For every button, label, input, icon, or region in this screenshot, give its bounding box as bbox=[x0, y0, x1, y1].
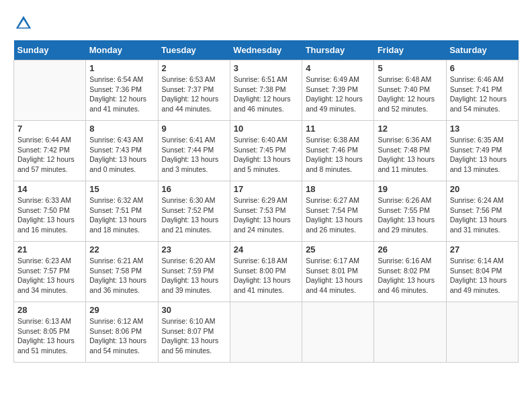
day-number: 29 bbox=[89, 305, 154, 315]
day-info: Sunrise: 6:21 AMSunset: 7:58 PMDaylight:… bbox=[89, 256, 154, 295]
day-info: Sunrise: 6:48 AMSunset: 7:40 PMDaylight:… bbox=[378, 75, 442, 114]
calendar-cell: 25Sunrise: 6:17 AMSunset: 8:01 PMDayligh… bbox=[302, 242, 374, 302]
day-info: Sunrise: 6:14 AMSunset: 8:04 PMDaylight:… bbox=[450, 256, 515, 295]
day-info: Sunrise: 6:46 AMSunset: 7:41 PMDaylight:… bbox=[450, 75, 515, 114]
day-info: Sunrise: 6:40 AMSunset: 7:45 PMDaylight:… bbox=[234, 135, 298, 175]
day-number: 10 bbox=[234, 124, 298, 134]
logo bbox=[13, 13, 37, 34]
day-info: Sunrise: 6:23 AMSunset: 7:57 PMDaylight:… bbox=[17, 256, 82, 295]
calendar-cell: 10Sunrise: 6:40 AMSunset: 7:45 PMDayligh… bbox=[230, 121, 302, 181]
day-info: Sunrise: 6:36 AMSunset: 7:48 PMDaylight:… bbox=[378, 135, 442, 175]
calendar-header-saturday: Saturday bbox=[446, 40, 518, 60]
day-number: 17 bbox=[234, 184, 298, 194]
calendar-cell: 29Sunrise: 6:12 AMSunset: 8:06 PMDayligh… bbox=[86, 302, 158, 363]
calendar-cell: 8Sunrise: 6:43 AMSunset: 7:43 PMDaylight… bbox=[86, 121, 158, 181]
logo-icon bbox=[13, 13, 34, 34]
calendar-cell: 18Sunrise: 6:27 AMSunset: 7:54 PMDayligh… bbox=[302, 181, 374, 242]
day-number: 20 bbox=[450, 184, 515, 194]
day-number: 25 bbox=[306, 244, 370, 255]
day-number: 30 bbox=[162, 305, 226, 315]
day-number: 13 bbox=[450, 124, 515, 134]
calendar-cell: 28Sunrise: 6:13 AMSunset: 8:05 PMDayligh… bbox=[14, 302, 86, 363]
day-number: 21 bbox=[17, 244, 82, 255]
day-number: 3 bbox=[234, 63, 298, 73]
calendar-cell: 4Sunrise: 6:49 AMSunset: 7:39 PMDaylight… bbox=[302, 60, 374, 121]
calendar-cell: 19Sunrise: 6:26 AMSunset: 7:55 PMDayligh… bbox=[374, 181, 446, 242]
calendar-cell: 9Sunrise: 6:41 AMSunset: 7:44 PMDaylight… bbox=[158, 121, 230, 181]
day-info: Sunrise: 6:16 AMSunset: 8:02 PMDaylight:… bbox=[378, 256, 442, 295]
calendar-header-wednesday: Wednesday bbox=[230, 40, 302, 60]
day-info: Sunrise: 6:26 AMSunset: 7:55 PMDaylight:… bbox=[378, 195, 442, 235]
day-info: Sunrise: 6:27 AMSunset: 7:54 PMDaylight:… bbox=[306, 195, 370, 235]
calendar-cell: 21Sunrise: 6:23 AMSunset: 7:57 PMDayligh… bbox=[14, 242, 86, 302]
day-number: 2 bbox=[162, 63, 226, 73]
calendar-week-2: 7Sunrise: 6:44 AMSunset: 7:42 PMDaylight… bbox=[14, 121, 519, 181]
calendar-cell: 2Sunrise: 6:53 AMSunset: 7:37 PMDaylight… bbox=[158, 60, 230, 121]
calendar-cell: 22Sunrise: 6:21 AMSunset: 7:58 PMDayligh… bbox=[86, 242, 158, 302]
calendar-cell: 26Sunrise: 6:16 AMSunset: 8:02 PMDayligh… bbox=[374, 242, 446, 302]
day-info: Sunrise: 6:53 AMSunset: 7:37 PMDaylight:… bbox=[162, 75, 226, 114]
calendar-cell: 23Sunrise: 6:20 AMSunset: 7:59 PMDayligh… bbox=[158, 242, 230, 302]
calendar-cell: 3Sunrise: 6:51 AMSunset: 7:38 PMDaylight… bbox=[230, 60, 302, 121]
day-number: 22 bbox=[89, 244, 154, 255]
calendar-header-thursday: Thursday bbox=[302, 40, 374, 60]
calendar-cell: 5Sunrise: 6:48 AMSunset: 7:40 PMDaylight… bbox=[374, 60, 446, 121]
calendar-week-4: 21Sunrise: 6:23 AMSunset: 7:57 PMDayligh… bbox=[14, 242, 519, 302]
day-info: Sunrise: 6:12 AMSunset: 8:06 PMDaylight:… bbox=[89, 316, 154, 356]
day-number: 24 bbox=[234, 244, 298, 255]
calendar-week-1: 1Sunrise: 6:54 AMSunset: 7:36 PMDaylight… bbox=[14, 60, 519, 121]
calendar-header-sunday: Sunday bbox=[14, 40, 86, 60]
day-info: Sunrise: 6:24 AMSunset: 7:56 PMDaylight:… bbox=[450, 195, 515, 235]
day-info: Sunrise: 6:18 AMSunset: 8:00 PMDaylight:… bbox=[234, 256, 298, 295]
calendar-week-5: 28Sunrise: 6:13 AMSunset: 8:05 PMDayligh… bbox=[14, 302, 519, 363]
day-number: 23 bbox=[162, 244, 226, 255]
calendar-cell bbox=[374, 302, 446, 363]
calendar-cell bbox=[230, 302, 302, 363]
calendar-cell: 13Sunrise: 6:35 AMSunset: 7:49 PMDayligh… bbox=[446, 121, 518, 181]
day-number: 7 bbox=[17, 124, 82, 134]
calendar-cell bbox=[14, 60, 86, 121]
calendar-cell: 20Sunrise: 6:24 AMSunset: 7:56 PMDayligh… bbox=[446, 181, 518, 242]
calendar-cell: 15Sunrise: 6:32 AMSunset: 7:51 PMDayligh… bbox=[86, 181, 158, 242]
day-number: 26 bbox=[378, 244, 442, 255]
calendar-header-row: SundayMondayTuesdayWednesdayThursdayFrid… bbox=[14, 40, 519, 60]
day-number: 5 bbox=[378, 63, 442, 73]
day-number: 28 bbox=[17, 305, 82, 315]
calendar-cell: 30Sunrise: 6:10 AMSunset: 8:07 PMDayligh… bbox=[158, 302, 230, 363]
day-info: Sunrise: 6:29 AMSunset: 7:53 PMDaylight:… bbox=[234, 195, 298, 235]
calendar-cell: 12Sunrise: 6:36 AMSunset: 7:48 PMDayligh… bbox=[374, 121, 446, 181]
day-info: Sunrise: 6:13 AMSunset: 8:05 PMDaylight:… bbox=[17, 316, 82, 356]
calendar-cell: 6Sunrise: 6:46 AMSunset: 7:41 PMDaylight… bbox=[446, 60, 518, 121]
calendar-cell: 16Sunrise: 6:30 AMSunset: 7:52 PMDayligh… bbox=[158, 181, 230, 242]
day-number: 4 bbox=[306, 63, 370, 73]
day-info: Sunrise: 6:49 AMSunset: 7:39 PMDaylight:… bbox=[306, 75, 370, 114]
day-number: 14 bbox=[17, 184, 82, 194]
calendar-cell: 27Sunrise: 6:14 AMSunset: 8:04 PMDayligh… bbox=[446, 242, 518, 302]
page-header bbox=[13, 13, 519, 34]
calendar-header-monday: Monday bbox=[86, 40, 158, 60]
calendar-cell bbox=[302, 302, 374, 363]
day-number: 27 bbox=[450, 244, 515, 255]
calendar-table: SundayMondayTuesdayWednesdayThursdayFrid… bbox=[13, 40, 519, 363]
day-info: Sunrise: 6:30 AMSunset: 7:52 PMDaylight:… bbox=[162, 195, 226, 235]
day-info: Sunrise: 6:32 AMSunset: 7:51 PMDaylight:… bbox=[89, 195, 154, 235]
day-number: 12 bbox=[378, 124, 442, 134]
day-info: Sunrise: 6:51 AMSunset: 7:38 PMDaylight:… bbox=[234, 75, 298, 114]
calendar-cell: 24Sunrise: 6:18 AMSunset: 8:00 PMDayligh… bbox=[230, 242, 302, 302]
day-info: Sunrise: 6:54 AMSunset: 7:36 PMDaylight:… bbox=[89, 75, 154, 114]
day-info: Sunrise: 6:35 AMSunset: 7:49 PMDaylight:… bbox=[450, 135, 515, 175]
calendar-cell: 7Sunrise: 6:44 AMSunset: 7:42 PMDaylight… bbox=[14, 121, 86, 181]
calendar-header-tuesday: Tuesday bbox=[158, 40, 230, 60]
calendar-week-3: 14Sunrise: 6:33 AMSunset: 7:50 PMDayligh… bbox=[14, 181, 519, 242]
calendar-cell: 11Sunrise: 6:38 AMSunset: 7:46 PMDayligh… bbox=[302, 121, 374, 181]
day-number: 16 bbox=[162, 184, 226, 194]
day-info: Sunrise: 6:38 AMSunset: 7:46 PMDaylight:… bbox=[306, 135, 370, 175]
day-number: 11 bbox=[306, 124, 370, 134]
day-info: Sunrise: 6:43 AMSunset: 7:43 PMDaylight:… bbox=[89, 135, 154, 175]
day-number: 6 bbox=[450, 63, 515, 73]
calendar-cell: 17Sunrise: 6:29 AMSunset: 7:53 PMDayligh… bbox=[230, 181, 302, 242]
calendar-cell bbox=[446, 302, 518, 363]
day-number: 8 bbox=[89, 124, 154, 134]
day-info: Sunrise: 6:17 AMSunset: 8:01 PMDaylight:… bbox=[306, 256, 370, 295]
day-number: 15 bbox=[89, 184, 154, 194]
